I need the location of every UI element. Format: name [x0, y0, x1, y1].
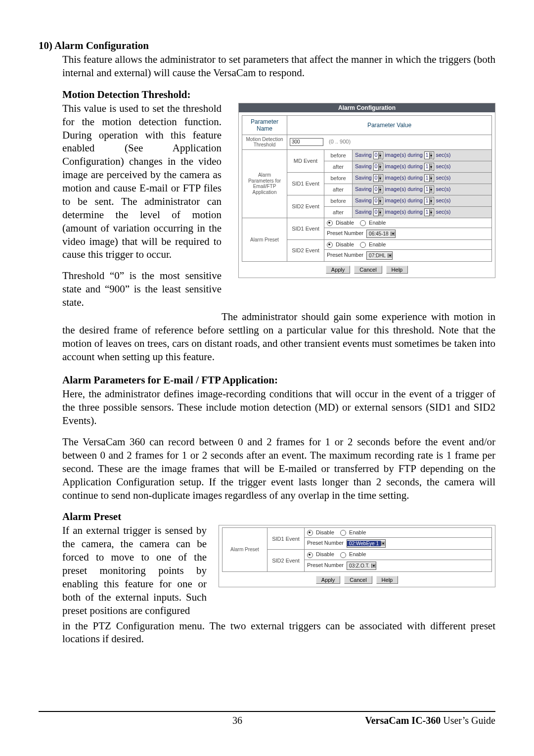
sid2-before-frames[interactable]: 0▾: [373, 197, 384, 205]
motion-threshold-p1: This value is used to set the threshold …: [39, 102, 222, 262]
secs-text: sec(s): [436, 163, 450, 169]
threshold-input[interactable]: 300: [290, 138, 323, 146]
f2-sid1-pn-select[interactable]: 02:WebEye 1▾: [347, 539, 386, 548]
f2-sid2-pn-select[interactable]: 03:Z.O.T.▾: [347, 562, 376, 570]
sid1-event-label: SID1 Event: [287, 172, 324, 195]
footer-product: VersaCam IC-360: [365, 715, 441, 726]
sid2-disable-text: Disable: [336, 241, 354, 247]
sid1-disable-text: Disable: [336, 220, 354, 226]
saving-text: Saving: [355, 209, 372, 215]
sid1-before-frames[interactable]: 0▾: [373, 174, 384, 182]
sid1-after-frames[interactable]: 0▾: [373, 186, 384, 193]
f2-sid1-pn-label: Preset Number: [307, 540, 344, 546]
section-10-title: 10) Alarm Configuration: [39, 40, 495, 52]
alarm-config-table: Parameter Name Parameter Value Motion De…: [242, 115, 492, 262]
secs-text: sec(s): [436, 152, 450, 158]
alarm-preset-figure: Alarm Preset SID1 Event Disable Enable: [219, 525, 495, 587]
saving-text: Saving: [355, 197, 372, 203]
sid1-before-secs[interactable]: 1▾: [424, 174, 435, 182]
f2-sid2-pn-label: Preset Number: [307, 562, 344, 568]
images-text: image(s) during: [385, 175, 422, 181]
alarm-preset-p1: If an external trigger is sensed by the …: [39, 524, 207, 617]
alarm-config-title: Alarm Configuration: [239, 103, 495, 112]
secs-text: sec(s): [436, 186, 450, 192]
f2-sid1-enable-radio[interactable]: [340, 530, 346, 536]
md-before-label: before: [324, 149, 353, 161]
f2-apply-button[interactable]: Apply: [316, 576, 341, 584]
alarm-params-title: Alarm Parameters for E-mail / FTP Applic…: [39, 374, 495, 386]
md-after-cell: Saving 0▾ image(s) during 1▾ sec(s): [353, 161, 492, 172]
saving-text: Saving: [355, 175, 372, 181]
sid2-after-label: after: [324, 206, 353, 218]
f2-sid2-enable-text: Enable: [349, 551, 366, 557]
sid1-after-label: after: [324, 184, 353, 195]
sid1-pn-label: Preset Number: [327, 230, 363, 236]
apply-button[interactable]: Apply: [326, 266, 351, 274]
f2-cancel-button[interactable]: Cancel: [344, 576, 372, 584]
motion-threshold-title: Motion Detection Threshold:: [39, 89, 495, 101]
alarm-params-label: Alarm Parameters for Email/FTP Applicati…: [242, 149, 287, 218]
f2-sid2-enable-radio[interactable]: [340, 552, 346, 558]
section-10-intro: This feature allows the administrator to…: [39, 53, 495, 80]
sid2-enable-text: Enable: [369, 241, 386, 247]
motion-threshold-p2a: Threshold “0” is the most sensitive stat…: [39, 269, 222, 309]
md-before-cell: Saving 0▾ image(s) during 1▾ sec(s): [353, 149, 492, 161]
images-text: image(s) during: [385, 186, 422, 192]
alarm-params-p1: Here, the administrator defines image-re…: [39, 387, 495, 427]
sid2-before-secs[interactable]: 1▾: [424, 197, 435, 205]
sid2-after-frames[interactable]: 0▾: [373, 208, 384, 216]
sid1-before-label: before: [324, 172, 353, 184]
sid2-disable-radio[interactable]: [327, 242, 333, 248]
sid1-enable-text: Enable: [369, 220, 386, 226]
sid1-before-cell: Saving 0▾ image(s) during 1▾ sec(s): [353, 172, 492, 184]
images-text: image(s) during: [385, 152, 422, 158]
col-parameter-value: Parameter Value: [287, 115, 492, 135]
sid2-after-secs[interactable]: 1▾: [424, 208, 435, 216]
md-event-label: MD Event: [287, 149, 324, 172]
sid1-disable-radio[interactable]: [327, 220, 333, 226]
threshold-label: Motion Detection Threshold: [242, 135, 287, 149]
f2-sid2-disable-radio[interactable]: [307, 552, 313, 558]
f2-sid1-disable-radio[interactable]: [307, 530, 313, 536]
alarm-preset-label: Alarm Preset: [242, 218, 287, 261]
sid1-enable-radio[interactable]: [360, 220, 366, 226]
f2-help-button[interactable]: Help: [376, 576, 399, 584]
f2-sid2-label: SID2 Event: [267, 550, 305, 571]
f2-sid1-label: SID1 Event: [267, 528, 305, 550]
saving-text: Saving: [355, 186, 372, 192]
alarm-preset-table: Alarm Preset SID1 Event Disable Enable: [222, 527, 492, 571]
f2-sid1-disable-text: Disable: [316, 529, 334, 535]
secs-text: sec(s): [436, 209, 450, 215]
images-text: image(s) during: [385, 197, 422, 203]
md-after-frames[interactable]: 0▾: [373, 163, 384, 171]
md-before-frames[interactable]: 0▾: [373, 151, 384, 159]
sid1-after-cell: Saving 0▾ image(s) during 1▾ sec(s): [353, 184, 492, 195]
images-text: image(s) during: [385, 163, 422, 169]
md-before-secs[interactable]: 1▾: [424, 151, 435, 159]
cancel-button[interactable]: Cancel: [354, 266, 382, 274]
saving-text: Saving: [355, 152, 372, 158]
footer-guide-rest: User’s Guide: [441, 715, 495, 726]
saving-text: Saving: [355, 163, 372, 169]
threshold-range: (0 .. 900): [329, 139, 351, 144]
sid2-before-label: before: [324, 195, 353, 206]
help-button[interactable]: Help: [386, 266, 408, 274]
images-text: image(s) during: [385, 209, 422, 215]
sid1-after-secs[interactable]: 1▾: [424, 186, 435, 193]
motion-threshold-p2b: The administrator should gain some exper…: [39, 310, 495, 364]
alarm-params-p2: The VersaCam 360 can record between 0 an…: [39, 435, 495, 502]
sid2-enable-radio[interactable]: [360, 242, 366, 248]
preset-sid1-label: SID1 Event: [287, 218, 324, 239]
sid2-pn-label: Preset Number: [327, 252, 363, 258]
page-number: 36: [137, 715, 337, 726]
f2-sid1-enable-text: Enable: [349, 529, 366, 535]
f2-sid2-disable-text: Disable: [316, 551, 334, 557]
col-parameter-name: Parameter Name: [242, 115, 287, 135]
sid2-before-cell: Saving 0▾ image(s) during 1▾ sec(s): [353, 195, 492, 206]
page-footer: 36 VersaCam IC-360 User’s Guide: [39, 711, 495, 726]
md-after-label: after: [324, 161, 353, 172]
sid1-pn-select[interactable]: 06:45-18▾: [366, 230, 395, 238]
md-after-secs[interactable]: 1▾: [424, 163, 435, 171]
preset-sid2-label: SID2 Event: [287, 239, 324, 261]
sid2-pn-select[interactable]: 07:DHL▾: [366, 251, 393, 260]
